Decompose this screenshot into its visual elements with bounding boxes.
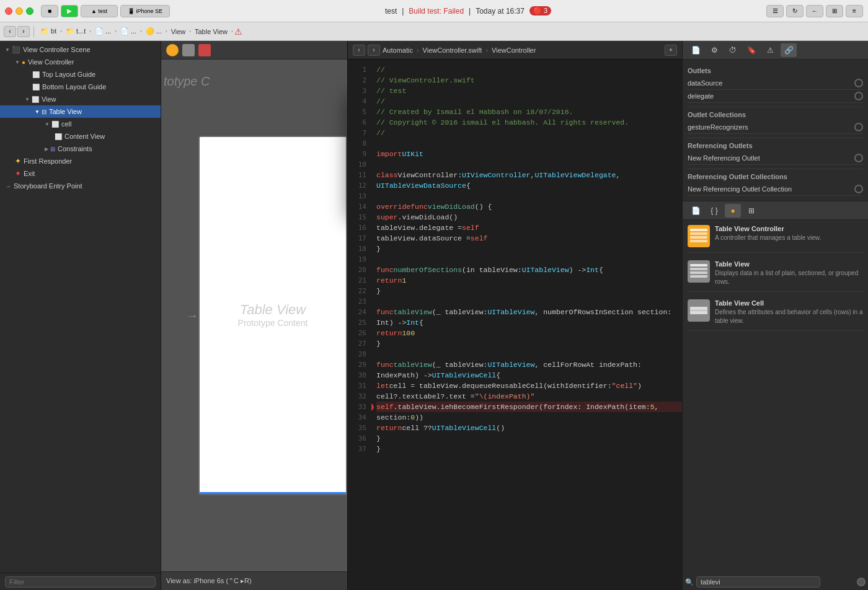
breadcrumb-view2[interactable]: View [169,27,188,37]
outlets-datasource-row: dataSource [688,77,863,90]
rp-history-icon[interactable]: ⏱ [725,43,741,57]
rp-toolbar-bottom: 📄 { } ● ⊞ [683,201,868,220]
main-layout: ▼ ⬛ View Controller Scene ▼ ● View Contr… [0,41,868,590]
breadcrumb-1[interactable]: 📄 ... [92,26,113,37]
code-line-10 [376,159,682,170]
tree-item-content-view[interactable]: ⬜ Content View [0,130,161,143]
toolbar: ‹ › 📁 bt › 📁 t...t › 📄 ... › 📄 ... › 🟡 .… [0,22,868,41]
warning-icon-toolbar [198,44,211,56]
minimize-button[interactable] [16,7,23,15]
scheme-picker[interactable]: ▲ test [81,5,118,17]
editor-fwd-btn[interactable]: › [368,45,380,56]
device-picker[interactable]: 📱 iPhone SE [120,5,170,17]
tree-item-vc[interactable]: ▼ ● View Controller [0,56,161,68]
breadcrumb-tableview[interactable]: Table View [192,27,230,37]
code-editor: ‹ › Automatic › ViewController.swift › V… [347,41,682,590]
delegate-circle[interactable] [854,92,863,100]
stop-button[interactable]: ■ [41,5,58,17]
lib-circle-icon[interactable]: ● [725,204,741,218]
filter-input[interactable] [5,576,156,588]
rp-connections-icon[interactable]: 🔗 [781,43,797,57]
tree-item-scene[interactable]: ▼ ⬛ View Controller Scene [0,43,161,56]
tree-item-cell[interactable]: ▼ ⬜ cell [0,118,161,130]
lib-file-icon[interactable]: 📄 [688,204,704,218]
gesture-circle[interactable] [854,123,863,131]
rp-warning-icon[interactable]: ⚠ [762,43,778,57]
timestamp: Today at 16:37 [476,7,525,15]
code-line-32: cell?.textLabel?.text = "\(indexPath)" [376,391,682,402]
svg-rect-1 [690,232,707,235]
outlets-section-title: Outlets [688,67,863,74]
prototype-content-label: Prototype Content [238,318,308,328]
editor-btn[interactable]: ≡ [846,5,863,17]
close-button[interactable] [5,7,12,15]
code-line-16: tableView.delegate = self [376,222,682,233]
tree-item-top-layout[interactable]: ⬜ Top Layout Guide [0,68,161,81]
rp-bookmark-icon[interactable]: 🔖 [743,43,760,57]
breadcrumb-tt[interactable]: 📁 t...t [63,26,88,37]
tree-item-view[interactable]: ▼ ⬜ View [0,93,161,105]
nav-controls: ■ ▶ ▲ test 📱 iPhone SE [41,5,170,17]
breadcrumb-view[interactable]: 🟡 ... [143,26,164,37]
code-line-27: } [376,338,682,349]
split-view-btn[interactable]: ⊞ [826,5,843,17]
code-line-28 [376,349,682,359]
code-line-4: // [376,96,682,107]
lib-grid-icon[interactable]: ⊞ [743,204,760,218]
code-body[interactable]: //// ViewController.swift// test//// Cre… [371,59,682,590]
error-badge: 🔴 3 [529,6,551,15]
search-icon: 🔍 [685,578,694,586]
back-arrow[interactable]: ‹ [4,26,16,37]
code-line-26: return 100 [376,328,682,338]
datasource-circle[interactable] [854,79,863,87]
breadcrumb-2[interactable]: 📄 ... [118,26,139,37]
code-line-14: override func viewDidLoad() { [376,201,682,212]
lib-inspect-icon[interactable]: { } [706,204,722,218]
breadcrumb-bt[interactable]: 📁 bt [38,26,59,37]
code-line-33: ● self.tableView.iehBecomeFirstResponder… [376,402,682,412]
svg-rect-6 [690,271,707,274]
new-ref-collection-circle[interactable] [854,185,863,193]
traffic-lights [5,7,33,15]
list-view-btn[interactable]: ☰ [766,5,784,17]
editor-back-btn[interactable]: ‹ [353,45,365,56]
tree-item-constraints[interactable]: ▶ ⊞ Constraints [0,143,161,155]
code-line-6: // Copyright © 2016 ismail el habbash. A… [376,117,682,128]
refresh-btn[interactable]: ↻ [786,5,804,17]
back-btn[interactable]: ← [806,5,823,17]
code-content: 1234567891011121314151617181920212223242… [348,59,682,590]
library-close-circle[interactable] [857,578,866,586]
lib-item-tableview: Table View Displays data in a list of pl… [688,260,863,292]
object-library-content: Table View Controller A controller that … [683,220,868,574]
tableview-label: Table View [240,302,306,318]
code-line-7: // [376,128,682,138]
code-line-13 [376,191,682,201]
gesture-recognizers-row: gestureRecognizers [688,121,863,134]
rp-inspect-icon[interactable]: ⚙ [706,43,722,57]
maximize-button[interactable] [26,7,33,15]
code-line-20: func numberOfSections(in tableView: UITa… [376,265,682,275]
code-line-29: func tableView(_ tableView: UITableView,… [376,359,682,370]
tree-item-tableview[interactable]: ▼ ⊟ Table View [0,105,161,118]
code-line-1: // [376,64,682,75]
view-as-label: View as: iPhone 6s (⌃C ▸R) [166,577,252,585]
storyboard-content[interactable]: totype C → Table View Prototype Content … [161,59,347,571]
breadcrumb-classname: ViewController [492,46,536,54]
tree-item-bottom-layout[interactable]: ⬜ Bottom Layout Guide [0,81,161,93]
lib-item-icon-tablevc [688,225,710,247]
tree-item-exit[interactable]: ✦ Exit [0,167,161,180]
rp-connections-content: Outlets dataSource delegate Outlet Colle… [683,59,868,201]
rp-file-icon[interactable]: 📄 [688,43,704,57]
run-button[interactable]: ▶ [61,5,78,17]
navigator-panel: ▼ ⬛ View Controller Scene ▼ ● View Contr… [0,41,161,590]
lib-tablevc-title: Table View Controller [715,225,863,232]
forward-arrow[interactable]: › [17,26,30,37]
new-ref-outlet-circle[interactable] [854,154,863,162]
tree-item-entry-point[interactable]: → Storyboard Entry Point [0,180,161,192]
tree-item-first-responder[interactable]: ✦ First Responder [0,155,161,167]
breadcrumb-filename: ViewController.swift [423,46,482,54]
library-search[interactable]: 🔍 [685,576,820,588]
iphone-content: Table View Prototype Content [200,137,346,492]
library-search-input[interactable] [696,576,820,588]
editor-close-btn[interactable]: + [665,45,677,56]
